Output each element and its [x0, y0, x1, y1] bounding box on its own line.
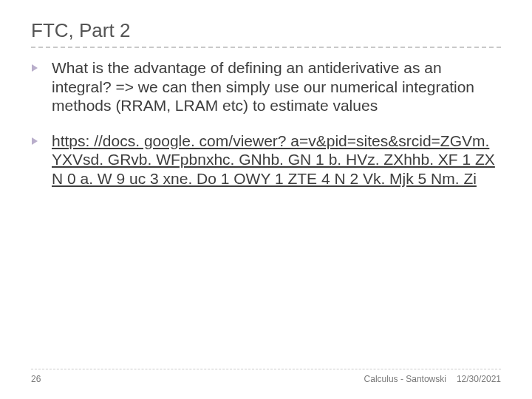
bullet-text: What is the advantage of defining an ant… [52, 58, 501, 115]
bullet-item: What is the advantage of defining an ant… [31, 58, 501, 115]
bullet-arrow-icon [31, 64, 40, 72]
footer-course: Calculus - Santowski [364, 374, 446, 384]
bullet-arrow-icon [31, 137, 40, 146]
slide-body: What is the advantage of defining an ant… [31, 58, 501, 188]
slide: FTC, Part 2 What is the advantage of def… [0, 0, 532, 399]
page-number: 26 [31, 374, 41, 384]
footer-date: 12/30/2021 [457, 374, 501, 384]
footer-spacer [41, 374, 364, 384]
slide-title: FTC, Part 2 [31, 19, 501, 42]
slide-footer: 26 Calculus - Santowski 12/30/2021 [31, 369, 501, 384]
footer-row: 26 Calculus - Santowski 12/30/2021 [31, 374, 501, 384]
footer-divider [31, 369, 501, 369]
title-divider [31, 47, 501, 48]
bullet-link[interactable]: https: //docs. google. com/viewer? a=v&p… [52, 132, 501, 188]
bullet-item: https: //docs. google. com/viewer? a=v&p… [31, 132, 501, 188]
